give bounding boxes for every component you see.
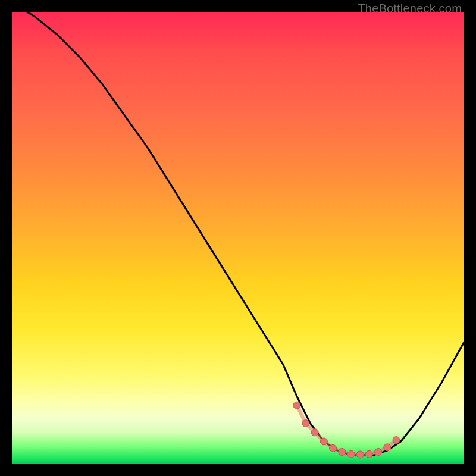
optimal-range-marker (330, 444, 337, 452)
optimal-range-marker (320, 438, 327, 445)
optimal-range-marker (365, 450, 372, 458)
optimal-range-connector (297, 405, 396, 455)
optimal-range-markers (293, 402, 400, 458)
optimal-range-marker (339, 449, 346, 456)
chart-svg (12, 12, 464, 464)
optimal-range-marker (375, 449, 382, 456)
optimal-range-marker (293, 402, 300, 409)
optimal-range-marker (393, 437, 400, 444)
optimal-range-marker (356, 451, 364, 458)
optimal-range-marker (302, 420, 309, 427)
optimal-range-marker (384, 444, 391, 451)
optimal-range-marker (347, 450, 355, 458)
bottleneck-curve-line (12, 3, 464, 455)
optimal-range-marker (311, 429, 318, 436)
